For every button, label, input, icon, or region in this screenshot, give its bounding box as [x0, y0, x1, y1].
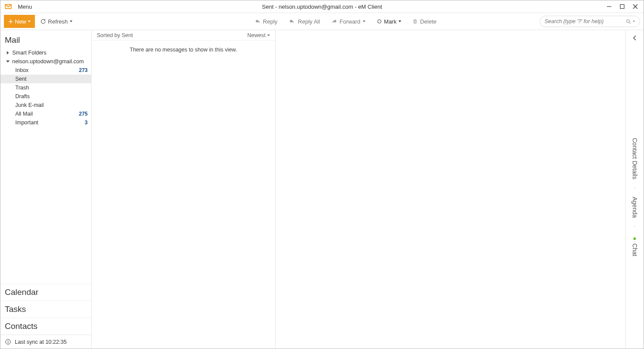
- folder-label: Junk E-mail: [15, 102, 44, 108]
- search-input[interactable]: [545, 18, 626, 24]
- status-dot-icon: ●: [631, 235, 638, 242]
- caret-right-icon: [6, 51, 10, 55]
- folder-count: 275: [79, 111, 88, 117]
- chevron-down-icon: [399, 21, 401, 22]
- account-node[interactable]: nelson.uptodown@gmail.com: [0, 57, 91, 66]
- sort-label[interactable]: Sorted by Sent: [97, 32, 133, 38]
- chevron-down-icon: [267, 34, 270, 36]
- reply-all-button[interactable]: Reply All: [289, 18, 320, 25]
- status-bar: Last sync at 10:22:35: [0, 335, 91, 349]
- tab-contact-details[interactable]: Contact Details: [631, 138, 638, 179]
- account-label: nelson.uptodown@gmail.com: [12, 58, 84, 65]
- reading-pane: [276, 30, 625, 349]
- folder-sent[interactable]: Sent: [0, 75, 91, 83]
- chevron-down-icon: [70, 21, 72, 22]
- maximize-button[interactable]: [616, 0, 629, 13]
- new-button[interactable]: New: [4, 15, 35, 28]
- list-header: Sorted by Sent Newest: [92, 30, 275, 41]
- toolbar-actions: Reply Reply All Forward Mark Delete: [124, 18, 436, 25]
- folder-label: Trash: [15, 85, 29, 91]
- tab-agenda[interactable]: Agenda: [631, 197, 638, 218]
- separator-dot: ·: [632, 226, 638, 227]
- chevron-down-icon: [633, 21, 635, 22]
- main: Mail Smart Folders nelson.uptodown@gmail…: [0, 30, 644, 349]
- folder-label: Important: [15, 120, 38, 126]
- mark-label: Mark: [384, 18, 397, 25]
- menu-button[interactable]: Menu: [15, 3, 35, 10]
- search-icon[interactable]: [626, 19, 635, 24]
- caret-down-icon: [6, 59, 10, 64]
- reply-all-label: Reply All: [298, 18, 320, 25]
- folder-important[interactable]: Important3: [0, 118, 91, 127]
- folder-inbox[interactable]: Inbox273: [0, 66, 91, 75]
- minimize-button[interactable]: [603, 0, 616, 13]
- tab-chat[interactable]: ● Chat: [631, 235, 638, 256]
- smart-folders[interactable]: Smart Folders: [0, 48, 91, 57]
- expand-rightbar[interactable]: [626, 30, 644, 46]
- folder-junk-e-mail[interactable]: Junk E-mail: [0, 101, 91, 109]
- right-sidebar: Contact Details · Agenda · ● Chat: [625, 30, 644, 349]
- order-label: Newest: [247, 32, 266, 38]
- svg-point-11: [8, 340, 9, 341]
- forward-label: Forward: [340, 18, 361, 25]
- new-button-label: New: [15, 18, 26, 25]
- smart-folders-label: Smart Folders: [12, 50, 47, 56]
- toolbar: New Refresh Reply Reply All Forward Mark…: [0, 13, 644, 30]
- section-calendar[interactable]: Calendar: [0, 284, 91, 301]
- folder-label: Drafts: [15, 93, 30, 99]
- app-icon: [4, 2, 13, 11]
- folder-all-mail[interactable]: All Mail275: [0, 109, 91, 118]
- folder-count: 3: [85, 120, 88, 126]
- reply-button[interactable]: Reply: [255, 18, 277, 25]
- section-contacts[interactable]: Contacts: [0, 318, 91, 335]
- section-tasks[interactable]: Tasks: [0, 301, 91, 318]
- folder-drafts[interactable]: Drafts: [0, 92, 91, 101]
- titlebar: Menu Sent - nelson.uptodown@gmail.com - …: [0, 0, 644, 13]
- window-controls: [603, 0, 644, 13]
- chevron-down-icon: [363, 21, 365, 22]
- window-title: Sent - nelson.uptodown@gmail.com - eM Cl…: [262, 3, 382, 10]
- section-mail[interactable]: Mail: [0, 30, 91, 48]
- folder-label: Sent: [15, 76, 27, 82]
- mark-button[interactable]: Mark: [377, 18, 402, 25]
- message-list: Sorted by Sent Newest There are no messa…: [92, 30, 276, 349]
- chat-label: Chat: [631, 243, 638, 257]
- svg-point-6: [378, 20, 381, 23]
- search-box[interactable]: [540, 16, 640, 27]
- refresh-button[interactable]: Refresh: [40, 18, 72, 25]
- close-button[interactable]: [629, 0, 642, 13]
- reply-label: Reply: [263, 18, 277, 25]
- chevron-down-icon: [28, 21, 31, 22]
- folder-count: 273: [79, 67, 88, 73]
- folder-tree: Smart Folders nelson.uptodown@gmail.com …: [0, 48, 91, 284]
- folder-label: All Mail: [15, 111, 33, 117]
- delete-label: Delete: [420, 18, 436, 25]
- separator-dot: ·: [632, 187, 638, 188]
- sidebar-bottom: Calendar Tasks Contacts: [0, 284, 91, 335]
- svg-rect-1: [620, 5, 624, 9]
- folder-trash[interactable]: Trash: [0, 83, 91, 92]
- list-body: There are no messages to show in this vi…: [92, 41, 275, 349]
- folder-label: Inbox: [15, 67, 29, 73]
- sort-order[interactable]: Newest: [247, 32, 270, 38]
- refresh-label: Refresh: [48, 18, 68, 25]
- info-icon: [5, 339, 11, 345]
- status-text: Last sync at 10:22:35: [15, 339, 67, 345]
- forward-button[interactable]: Forward: [331, 18, 365, 25]
- delete-button[interactable]: Delete: [412, 18, 436, 25]
- sidebar: Mail Smart Folders nelson.uptodown@gmail…: [0, 30, 92, 349]
- empty-message: There are no messages to show in this vi…: [130, 47, 237, 349]
- svg-line-8: [629, 22, 630, 24]
- svg-point-7: [627, 20, 630, 23]
